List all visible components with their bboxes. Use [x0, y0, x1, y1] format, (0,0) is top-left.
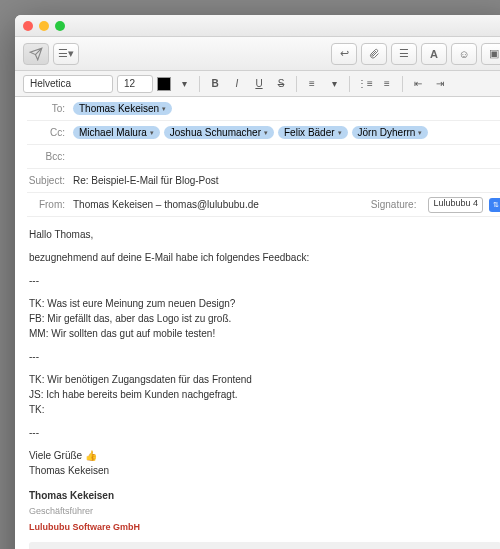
attach-button[interactable] [361, 43, 387, 65]
close-icon[interactable] [23, 21, 33, 31]
message-body[interactable]: Hallo Thomas, bezugnehmend auf deine E-M… [15, 217, 500, 549]
cc-field[interactable]: Michael Malura▾Joshua Schumacher▾Felix B… [73, 126, 500, 139]
number-list-button[interactable]: ≡ [378, 75, 396, 93]
text-color-button[interactable] [157, 77, 171, 91]
strikethrough-button[interactable]: S [272, 75, 290, 93]
emoji-button[interactable]: ☺ [451, 43, 477, 65]
bullet-list-button[interactable]: ⋮≡ [356, 75, 374, 93]
to-field[interactable]: Thomas Kekeisen▾ [73, 102, 500, 115]
align-left-icon[interactable]: ≡ [303, 75, 321, 93]
from-label: From: [27, 199, 73, 210]
font-family-select[interactable]: Helvetica [23, 75, 113, 93]
separator-text: --- [29, 425, 500, 440]
feedback-block-2: TK: Wir benötigen Zugangsdaten für das F… [29, 372, 500, 417]
greeting-text: Hallo Thomas, [29, 227, 500, 242]
recipient-token[interactable]: Jörn Dyherrn▾ [352, 126, 429, 139]
subject-input[interactable] [73, 175, 500, 186]
font-size-select[interactable]: 12 [117, 75, 153, 93]
chevron-down-icon: ▾ [338, 129, 342, 137]
send-button[interactable] [23, 43, 49, 65]
separator-text: --- [29, 273, 500, 288]
header-section: To: Thomas Kekeisen▾ Cc: Michael Malura▾… [15, 97, 500, 217]
signature-select[interactable]: Lulububu 4 [428, 197, 483, 213]
outdent-button[interactable]: ⇤ [409, 75, 427, 93]
signature-stepper-icon[interactable]: ⇅ [489, 198, 500, 212]
contact-card: ✶thomas@lulububu.de☎+49 751 18 52 98 05📱… [29, 542, 500, 549]
photo-button[interactable]: ▣ [481, 43, 500, 65]
align-dropdown-icon[interactable]: ▾ [325, 75, 343, 93]
sig-company: Lulububu Software GmbH [29, 522, 140, 532]
feedback-block-1: TK: Was ist eure Meinung zum neuen Desig… [29, 296, 500, 341]
zoom-icon[interactable] [55, 21, 65, 31]
sender-name-text: Thomas Kekeisen [29, 465, 109, 476]
traffic-lights [23, 21, 65, 31]
cc-label: Cc: [27, 127, 73, 138]
chevron-down-icon: ▾ [264, 129, 268, 137]
underline-button[interactable]: U [250, 75, 268, 93]
recipient-token[interactable]: Felix Bäder▾ [278, 126, 348, 139]
format-button[interactable]: ☰ [391, 43, 417, 65]
italic-button[interactable]: I [228, 75, 246, 93]
titlebar[interactable] [15, 15, 500, 37]
compose-window: ☰▾ ↩ ☰ A ☺ ▣ Helvetica 12 ▾ B I U S ≡ ▾ … [15, 15, 500, 549]
subject-label: Subject: [27, 175, 73, 186]
chevron-down-icon: ▾ [418, 129, 422, 137]
minimize-icon[interactable] [39, 21, 49, 31]
reply-button[interactable]: ↩ [331, 43, 357, 65]
indent-button[interactable]: ⇥ [431, 75, 449, 93]
font-button[interactable]: A [421, 43, 447, 65]
chevron-down-icon: ▾ [150, 129, 154, 137]
from-value[interactable]: Thomas Kekeisen – thomas@lulububu.de [73, 199, 367, 210]
signature-label: Signature: [371, 199, 417, 210]
bcc-label: Bcc: [27, 151, 73, 162]
intro-text: bezugnehmend auf deine E-Mail habe ich f… [29, 250, 500, 265]
sig-title: Geschäftsführer [29, 506, 93, 516]
separator-text: --- [29, 349, 500, 364]
closing-text: Viele Grüße 👍 [29, 450, 97, 461]
bold-button[interactable]: B [206, 75, 224, 93]
header-fields-button[interactable]: ☰▾ [53, 43, 79, 65]
chevron-down-icon: ▾ [162, 105, 166, 113]
color-dropdown-icon[interactable]: ▾ [175, 75, 193, 93]
toolbar: ☰▾ ↩ ☰ A ☺ ▣ [15, 37, 500, 71]
format-bar: Helvetica 12 ▾ B I U S ≡ ▾ ⋮≡ ≡ ⇤ ⇥ [15, 71, 500, 97]
to-label: To: [27, 103, 73, 114]
recipient-token[interactable]: Joshua Schumacher▾ [164, 126, 274, 139]
sig-name: Thomas Kekeisen [29, 490, 114, 501]
recipient-token[interactable]: Thomas Kekeisen▾ [73, 102, 172, 115]
recipient-token[interactable]: Michael Malura▾ [73, 126, 160, 139]
